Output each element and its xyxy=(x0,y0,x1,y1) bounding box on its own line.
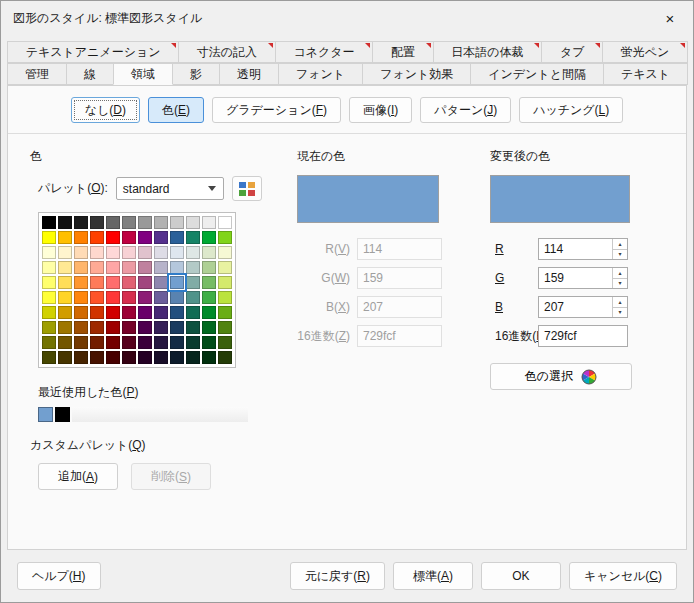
recent-color-swatch[interactable] xyxy=(55,407,70,422)
spinner[interactable]: ▴▾ xyxy=(612,239,627,259)
color-swatch[interactable] xyxy=(138,231,152,244)
import-palette-button[interactable] xyxy=(232,176,262,201)
color-swatch[interactable] xyxy=(90,351,104,364)
add-button[interactable]: 追加(A) xyxy=(38,463,118,490)
color-swatch[interactable] xyxy=(154,276,168,289)
fill-type-パターン(J)[interactable]: パターン(J) xyxy=(420,97,511,123)
color-swatch[interactable] xyxy=(170,261,184,274)
color-swatch[interactable] xyxy=(218,231,232,244)
pick-color-button[interactable]: 色の選択 xyxy=(490,363,632,390)
color-swatch[interactable] xyxy=(74,306,88,319)
color-swatch[interactable] xyxy=(58,351,72,364)
tab-透明[interactable]: 透明 xyxy=(219,63,279,85)
color-swatch[interactable] xyxy=(170,291,184,304)
color-swatch[interactable] xyxy=(42,321,56,334)
color-swatch[interactable] xyxy=(90,216,104,229)
color-swatch[interactable] xyxy=(74,321,88,334)
color-swatch[interactable] xyxy=(138,321,152,334)
color-swatch[interactable] xyxy=(186,336,200,349)
color-swatch[interactable] xyxy=(58,276,72,289)
color-swatch[interactable] xyxy=(186,321,200,334)
color-swatch[interactable] xyxy=(154,306,168,319)
color-swatch[interactable] xyxy=(106,321,120,334)
color-swatch[interactable] xyxy=(42,276,56,289)
color-swatch[interactable] xyxy=(122,336,136,349)
color-swatch[interactable] xyxy=(138,246,152,259)
color-swatch[interactable] xyxy=(170,351,184,364)
color-swatch[interactable] xyxy=(58,231,72,244)
color-swatch[interactable] xyxy=(58,321,72,334)
field-G[interactable]: 159▴▾ xyxy=(538,267,628,289)
color-swatch[interactable] xyxy=(186,231,200,244)
color-swatch[interactable] xyxy=(186,306,200,319)
color-swatch[interactable] xyxy=(186,351,200,364)
color-swatch[interactable] xyxy=(202,246,216,259)
color-swatch[interactable] xyxy=(170,321,184,334)
color-swatch[interactable] xyxy=(42,216,56,229)
color-swatch[interactable] xyxy=(154,291,168,304)
tab-寸法の記入[interactable]: 寸法の記入 xyxy=(178,41,276,63)
color-swatch[interactable] xyxy=(202,336,216,349)
color-swatch[interactable] xyxy=(138,336,152,349)
color-swatch[interactable] xyxy=(106,231,120,244)
color-swatch[interactable] xyxy=(138,216,152,229)
color-swatch[interactable] xyxy=(106,291,120,304)
color-swatch[interactable] xyxy=(106,216,120,229)
color-swatch[interactable] xyxy=(122,231,136,244)
color-swatch[interactable] xyxy=(74,216,88,229)
color-swatch[interactable] xyxy=(106,351,120,364)
color-swatch[interactable] xyxy=(90,276,104,289)
color-swatch[interactable] xyxy=(154,231,168,244)
color-swatch[interactable] xyxy=(186,291,200,304)
cancel-button[interactable]: キャンセル(C) xyxy=(569,562,677,590)
color-swatch[interactable] xyxy=(90,336,104,349)
spinner[interactable]: ▴▾ xyxy=(612,297,627,317)
field-R[interactable]: 114▴▾ xyxy=(538,238,628,260)
color-swatch[interactable] xyxy=(122,321,136,334)
color-swatch[interactable] xyxy=(218,261,232,274)
color-swatch[interactable] xyxy=(138,261,152,274)
color-swatch[interactable] xyxy=(170,276,184,289)
recent-color-swatch[interactable] xyxy=(38,407,53,422)
color-swatch[interactable] xyxy=(122,276,136,289)
color-swatch[interactable] xyxy=(58,306,72,319)
color-swatch[interactable] xyxy=(106,261,120,274)
color-swatch[interactable] xyxy=(218,336,232,349)
color-swatch[interactable] xyxy=(58,291,72,304)
color-swatch[interactable] xyxy=(170,216,184,229)
spin-down-icon[interactable]: ▾ xyxy=(613,250,627,260)
color-swatch[interactable] xyxy=(74,246,88,259)
color-swatch[interactable] xyxy=(186,276,200,289)
fill-type-画像(I)[interactable]: 画像(I) xyxy=(349,97,412,123)
field-16進数(H)[interactable]: 729fcf xyxy=(538,325,628,347)
color-swatch[interactable] xyxy=(106,336,120,349)
fill-type-ハッチング(L)[interactable]: ハッチング(L) xyxy=(519,97,623,123)
fill-type-グラデーション(F)[interactable]: グラデーション(F) xyxy=(212,97,341,123)
color-swatch[interactable] xyxy=(218,276,232,289)
tab-影[interactable]: 影 xyxy=(172,63,220,85)
color-swatch[interactable] xyxy=(90,246,104,259)
spin-down-icon[interactable]: ▾ xyxy=(613,308,627,318)
color-swatch[interactable] xyxy=(170,306,184,319)
reset-button[interactable]: 元に戻す(R) xyxy=(290,562,385,590)
color-swatch[interactable] xyxy=(106,306,120,319)
color-swatch[interactable] xyxy=(170,231,184,244)
spin-up-icon[interactable]: ▴ xyxy=(613,297,627,308)
tab-コネクター[interactable]: コネクター xyxy=(275,41,373,63)
color-swatch[interactable] xyxy=(138,306,152,319)
palette-select[interactable]: standard xyxy=(116,177,224,200)
color-swatch[interactable] xyxy=(202,261,216,274)
color-swatch[interactable] xyxy=(42,291,56,304)
color-swatch[interactable] xyxy=(186,246,200,259)
color-swatch[interactable] xyxy=(170,336,184,349)
color-swatch[interactable] xyxy=(202,291,216,304)
color-swatch[interactable] xyxy=(202,276,216,289)
color-swatch[interactable] xyxy=(138,291,152,304)
tab-日本語の体裁[interactable]: 日本語の体裁 xyxy=(433,41,543,63)
color-swatch[interactable] xyxy=(74,261,88,274)
help-button[interactable]: ヘルプ(H) xyxy=(17,562,101,590)
color-swatch[interactable] xyxy=(122,306,136,319)
tab-フォント効果[interactable]: フォント効果 xyxy=(362,63,471,85)
color-swatch[interactable] xyxy=(218,291,232,304)
tab-領域[interactable]: 領域 xyxy=(113,63,173,85)
